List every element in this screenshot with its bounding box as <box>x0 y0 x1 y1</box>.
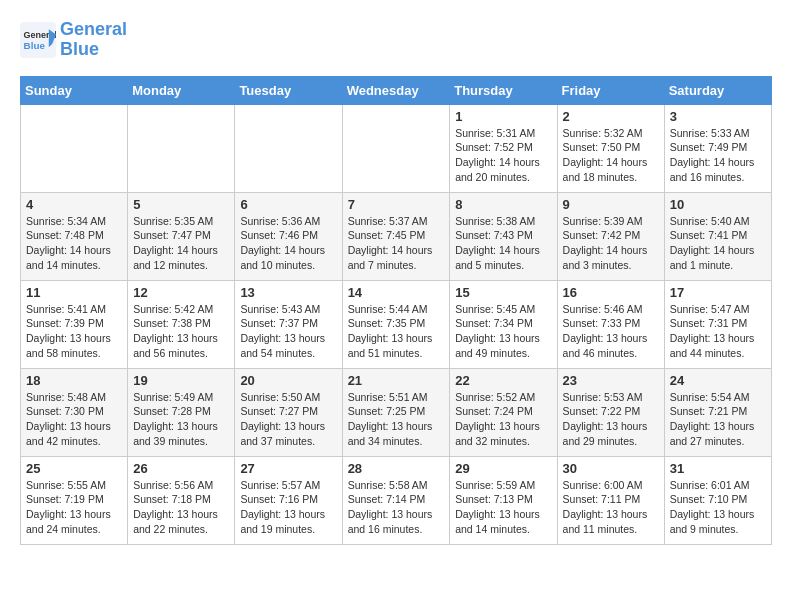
day-info: Sunrise: 5:58 AM Sunset: 7:14 PM Dayligh… <box>348 478 445 537</box>
day-number: 28 <box>348 461 445 476</box>
day-number: 8 <box>455 197 551 212</box>
day-info: Sunrise: 5:44 AM Sunset: 7:35 PM Dayligh… <box>348 302 445 361</box>
day-info: Sunrise: 5:36 AM Sunset: 7:46 PM Dayligh… <box>240 214 336 273</box>
calendar-cell: 30Sunrise: 6:00 AM Sunset: 7:11 PM Dayli… <box>557 456 664 544</box>
day-number: 14 <box>348 285 445 300</box>
day-info: Sunrise: 5:43 AM Sunset: 7:37 PM Dayligh… <box>240 302 336 361</box>
calendar-week-row: 1Sunrise: 5:31 AM Sunset: 7:52 PM Daylig… <box>21 104 772 192</box>
calendar-cell: 17Sunrise: 5:47 AM Sunset: 7:31 PM Dayli… <box>664 280 771 368</box>
calendar-cell <box>128 104 235 192</box>
calendar-week-row: 18Sunrise: 5:48 AM Sunset: 7:30 PM Dayli… <box>21 368 772 456</box>
weekday-header-cell: Thursday <box>450 76 557 104</box>
calendar-cell: 31Sunrise: 6:01 AM Sunset: 7:10 PM Dayli… <box>664 456 771 544</box>
day-number: 31 <box>670 461 766 476</box>
calendar-cell <box>235 104 342 192</box>
day-info: Sunrise: 5:41 AM Sunset: 7:39 PM Dayligh… <box>26 302 122 361</box>
day-number: 18 <box>26 373 122 388</box>
weekday-header-cell: Friday <box>557 76 664 104</box>
day-number: 2 <box>563 109 659 124</box>
calendar-cell: 2Sunrise: 5:32 AM Sunset: 7:50 PM Daylig… <box>557 104 664 192</box>
day-info: Sunrise: 5:51 AM Sunset: 7:25 PM Dayligh… <box>348 390 445 449</box>
day-info: Sunrise: 5:38 AM Sunset: 7:43 PM Dayligh… <box>455 214 551 273</box>
day-info: Sunrise: 5:37 AM Sunset: 7:45 PM Dayligh… <box>348 214 445 273</box>
weekday-header-cell: Wednesday <box>342 76 450 104</box>
calendar-cell: 13Sunrise: 5:43 AM Sunset: 7:37 PM Dayli… <box>235 280 342 368</box>
day-number: 1 <box>455 109 551 124</box>
calendar-cell: 12Sunrise: 5:42 AM Sunset: 7:38 PM Dayli… <box>128 280 235 368</box>
day-number: 23 <box>563 373 659 388</box>
calendar-cell: 19Sunrise: 5:49 AM Sunset: 7:28 PM Dayli… <box>128 368 235 456</box>
day-info: Sunrise: 5:40 AM Sunset: 7:41 PM Dayligh… <box>670 214 766 273</box>
calendar-cell: 14Sunrise: 5:44 AM Sunset: 7:35 PM Dayli… <box>342 280 450 368</box>
calendar-week-row: 11Sunrise: 5:41 AM Sunset: 7:39 PM Dayli… <box>21 280 772 368</box>
svg-text:Blue: Blue <box>24 40 46 51</box>
calendar-table: SundayMondayTuesdayWednesdayThursdayFrid… <box>20 76 772 545</box>
day-info: Sunrise: 5:48 AM Sunset: 7:30 PM Dayligh… <box>26 390 122 449</box>
day-info: Sunrise: 5:57 AM Sunset: 7:16 PM Dayligh… <box>240 478 336 537</box>
calendar-cell: 26Sunrise: 5:56 AM Sunset: 7:18 PM Dayli… <box>128 456 235 544</box>
day-info: Sunrise: 5:54 AM Sunset: 7:21 PM Dayligh… <box>670 390 766 449</box>
calendar-cell: 8Sunrise: 5:38 AM Sunset: 7:43 PM Daylig… <box>450 192 557 280</box>
day-number: 12 <box>133 285 229 300</box>
logo: General Blue GeneralBlue <box>20 20 127 60</box>
day-info: Sunrise: 5:52 AM Sunset: 7:24 PM Dayligh… <box>455 390 551 449</box>
day-info: Sunrise: 5:32 AM Sunset: 7:50 PM Dayligh… <box>563 126 659 185</box>
day-number: 29 <box>455 461 551 476</box>
day-info: Sunrise: 6:00 AM Sunset: 7:11 PM Dayligh… <box>563 478 659 537</box>
weekday-header-cell: Tuesday <box>235 76 342 104</box>
day-info: Sunrise: 5:47 AM Sunset: 7:31 PM Dayligh… <box>670 302 766 361</box>
day-number: 7 <box>348 197 445 212</box>
day-number: 27 <box>240 461 336 476</box>
day-info: Sunrise: 5:34 AM Sunset: 7:48 PM Dayligh… <box>26 214 122 273</box>
logo-name: GeneralBlue <box>60 20 127 60</box>
logo-icon: General Blue <box>20 22 56 58</box>
calendar-cell: 20Sunrise: 5:50 AM Sunset: 7:27 PM Dayli… <box>235 368 342 456</box>
day-info: Sunrise: 5:59 AM Sunset: 7:13 PM Dayligh… <box>455 478 551 537</box>
calendar-cell: 7Sunrise: 5:37 AM Sunset: 7:45 PM Daylig… <box>342 192 450 280</box>
day-number: 5 <box>133 197 229 212</box>
day-number: 22 <box>455 373 551 388</box>
day-number: 19 <box>133 373 229 388</box>
calendar-cell: 18Sunrise: 5:48 AM Sunset: 7:30 PM Dayli… <box>21 368 128 456</box>
day-info: Sunrise: 5:42 AM Sunset: 7:38 PM Dayligh… <box>133 302 229 361</box>
day-number: 6 <box>240 197 336 212</box>
day-info: Sunrise: 5:56 AM Sunset: 7:18 PM Dayligh… <box>133 478 229 537</box>
calendar-cell: 10Sunrise: 5:40 AM Sunset: 7:41 PM Dayli… <box>664 192 771 280</box>
day-info: Sunrise: 5:33 AM Sunset: 7:49 PM Dayligh… <box>670 126 766 185</box>
weekday-header-cell: Sunday <box>21 76 128 104</box>
day-info: Sunrise: 6:01 AM Sunset: 7:10 PM Dayligh… <box>670 478 766 537</box>
calendar-cell <box>21 104 128 192</box>
calendar-cell: 28Sunrise: 5:58 AM Sunset: 7:14 PM Dayli… <box>342 456 450 544</box>
calendar-cell: 9Sunrise: 5:39 AM Sunset: 7:42 PM Daylig… <box>557 192 664 280</box>
calendar-cell: 29Sunrise: 5:59 AM Sunset: 7:13 PM Dayli… <box>450 456 557 544</box>
calendar-cell: 24Sunrise: 5:54 AM Sunset: 7:21 PM Dayli… <box>664 368 771 456</box>
calendar-cell: 3Sunrise: 5:33 AM Sunset: 7:49 PM Daylig… <box>664 104 771 192</box>
day-number: 3 <box>670 109 766 124</box>
day-number: 16 <box>563 285 659 300</box>
day-info: Sunrise: 5:35 AM Sunset: 7:47 PM Dayligh… <box>133 214 229 273</box>
day-info: Sunrise: 5:49 AM Sunset: 7:28 PM Dayligh… <box>133 390 229 449</box>
calendar-cell: 22Sunrise: 5:52 AM Sunset: 7:24 PM Dayli… <box>450 368 557 456</box>
day-info: Sunrise: 5:31 AM Sunset: 7:52 PM Dayligh… <box>455 126 551 185</box>
calendar-cell: 1Sunrise: 5:31 AM Sunset: 7:52 PM Daylig… <box>450 104 557 192</box>
calendar-cell: 25Sunrise: 5:55 AM Sunset: 7:19 PM Dayli… <box>21 456 128 544</box>
calendar-cell: 5Sunrise: 5:35 AM Sunset: 7:47 PM Daylig… <box>128 192 235 280</box>
calendar-week-row: 25Sunrise: 5:55 AM Sunset: 7:19 PM Dayli… <box>21 456 772 544</box>
calendar-cell: 16Sunrise: 5:46 AM Sunset: 7:33 PM Dayli… <box>557 280 664 368</box>
calendar-cell: 21Sunrise: 5:51 AM Sunset: 7:25 PM Dayli… <box>342 368 450 456</box>
calendar-body: 1Sunrise: 5:31 AM Sunset: 7:52 PM Daylig… <box>21 104 772 544</box>
page-header: General Blue GeneralBlue <box>20 20 772 60</box>
weekday-header-cell: Monday <box>128 76 235 104</box>
day-info: Sunrise: 5:39 AM Sunset: 7:42 PM Dayligh… <box>563 214 659 273</box>
day-number: 17 <box>670 285 766 300</box>
calendar-cell: 4Sunrise: 5:34 AM Sunset: 7:48 PM Daylig… <box>21 192 128 280</box>
day-number: 13 <box>240 285 336 300</box>
calendar-cell: 6Sunrise: 5:36 AM Sunset: 7:46 PM Daylig… <box>235 192 342 280</box>
calendar-cell <box>342 104 450 192</box>
calendar-cell: 15Sunrise: 5:45 AM Sunset: 7:34 PM Dayli… <box>450 280 557 368</box>
calendar-cell: 27Sunrise: 5:57 AM Sunset: 7:16 PM Dayli… <box>235 456 342 544</box>
day-number: 26 <box>133 461 229 476</box>
calendar-cell: 23Sunrise: 5:53 AM Sunset: 7:22 PM Dayli… <box>557 368 664 456</box>
weekday-header-cell: Saturday <box>664 76 771 104</box>
day-number: 25 <box>26 461 122 476</box>
